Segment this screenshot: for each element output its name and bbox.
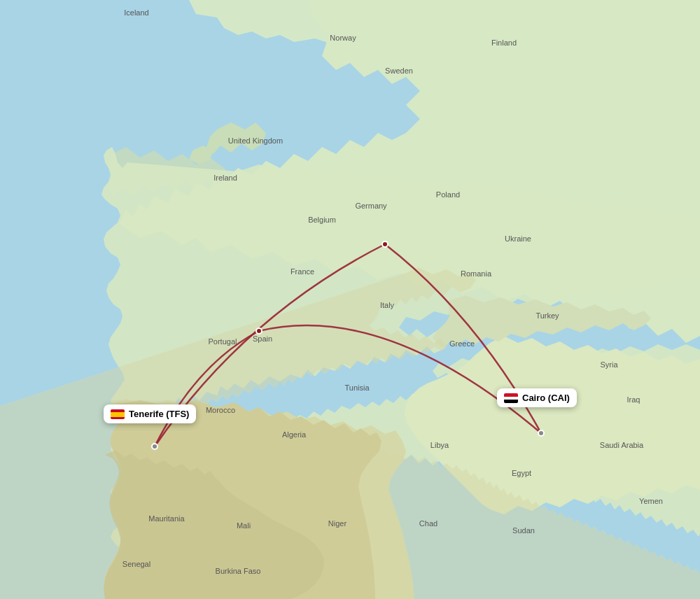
- svg-text:Saudi Arabia: Saudi Arabia: [600, 441, 644, 449]
- svg-text:Libya: Libya: [430, 441, 449, 449]
- svg-text:Egypt: Egypt: [512, 469, 531, 477]
- svg-text:Turkey: Turkey: [536, 311, 559, 320]
- svg-text:France: France: [290, 267, 314, 276]
- svg-text:Tunisia: Tunisia: [344, 383, 370, 392]
- svg-text:Morocco: Morocco: [206, 406, 235, 414]
- svg-text:Romania: Romania: [461, 269, 492, 278]
- svg-text:Senegal: Senegal: [122, 560, 150, 568]
- svg-text:Chad: Chad: [419, 519, 438, 528]
- svg-text:Greece: Greece: [449, 339, 475, 348]
- svg-text:Mauritania: Mauritania: [148, 514, 185, 523]
- svg-text:Finland: Finland: [491, 38, 517, 47]
- svg-text:Spain: Spain: [253, 334, 272, 343]
- svg-text:Germany: Germany: [355, 202, 387, 210]
- svg-text:Belgium: Belgium: [308, 216, 336, 224]
- svg-text:Portugal: Portugal: [209, 337, 237, 346]
- svg-text:Sweden: Sweden: [385, 66, 413, 75]
- egypt-flag: [504, 393, 518, 403]
- svg-text:Niger: Niger: [328, 519, 347, 528]
- tenerife-text: Tenerife (TFS): [129, 409, 189, 419]
- svg-text:Ukraine: Ukraine: [505, 234, 531, 243]
- cairo-text: Cairo (CAI): [522, 393, 570, 403]
- switzerland-dot: [382, 241, 388, 248]
- svg-text:Norway: Norway: [330, 34, 356, 42]
- svg-text:Syria: Syria: [600, 360, 618, 369]
- svg-text:Yemen: Yemen: [639, 497, 663, 505]
- svg-text:Iraq: Iraq: [627, 395, 640, 404]
- svg-text:United Kingdom: United Kingdom: [228, 136, 283, 145]
- svg-text:Burkina Faso: Burkina Faso: [216, 567, 261, 575]
- svg-text:Poland: Poland: [436, 190, 460, 199]
- svg-text:Algeria: Algeria: [282, 430, 307, 439]
- cairo-label: Cairo (CAI): [497, 388, 577, 407]
- svg-text:Mali: Mali: [237, 521, 251, 530]
- madrid-dot: [255, 327, 262, 334]
- tenerife-dot: [151, 443, 158, 450]
- svg-text:Sudan: Sudan: [512, 526, 535, 535]
- svg-text:Iceland: Iceland: [124, 8, 148, 17]
- spain-flag: [111, 409, 125, 419]
- svg-text:Italy: Italy: [380, 301, 395, 309]
- svg-text:Ireland: Ireland: [214, 174, 237, 182]
- cairo-dot: [538, 430, 545, 437]
- map-svg: Iceland Ireland United Kingdom Sweden Fi…: [0, 0, 700, 599]
- map-container: Iceland Ireland United Kingdom Sweden Fi…: [0, 0, 700, 599]
- tenerife-label: Tenerife (TFS): [104, 404, 196, 423]
